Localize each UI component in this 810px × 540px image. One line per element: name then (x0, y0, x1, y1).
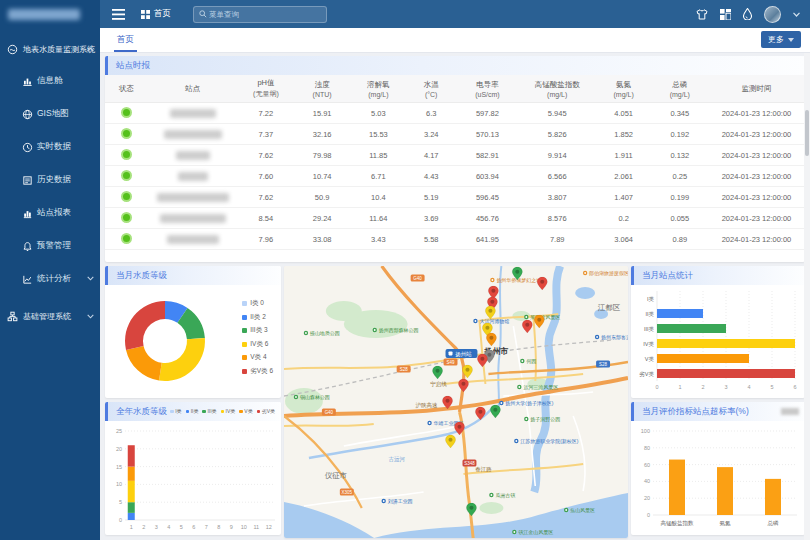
system-icon (7, 44, 18, 55)
legend-item[interactable]: I类 0 (242, 299, 273, 308)
table-cell: 0.192 (652, 124, 708, 145)
sidebar-item-历史数据[interactable]: 历史数据 (0, 163, 100, 196)
table-cell: 0.89 (652, 229, 708, 250)
sidebar-item-label: 历史数据 (37, 174, 71, 186)
scrollbar-thumb[interactable] (805, 110, 809, 156)
water-drop-icon[interactable] (743, 8, 752, 20)
svg-text:春江路: 春江路 (475, 466, 492, 473)
legend-item[interactable]: I类 (170, 402, 181, 421)
svg-text:铜山森林公园: 铜山森林公园 (300, 394, 330, 401)
table-row: 7.2215.915.036.3597.825.9454.0510.345202… (105, 103, 805, 124)
station-name-redacted (157, 193, 229, 202)
legend-item[interactable]: IV类 (221, 402, 236, 421)
table-cell: 456.76 (456, 208, 519, 229)
column-header-溶解氧: 溶解氧(mg/L) (350, 75, 406, 103)
more-button[interactable]: 更多 (761, 31, 801, 48)
table-cell: 3.43 (350, 229, 406, 250)
station-name-redacted (160, 214, 226, 223)
table-cell: 0.055 (652, 208, 708, 229)
monthly-station-stats-panel: 当月站点统计 0123456I类II类III类IV类V类劣V类 (631, 266, 805, 398)
svg-text:8: 8 (217, 524, 220, 530)
svg-text:20: 20 (644, 495, 650, 501)
sidebar-item-实时数据[interactable]: 实时数据 (0, 130, 100, 163)
legend-item[interactable]: 劣V类 6 (242, 367, 273, 376)
column-header-总磷: 总磷(mg/L) (652, 75, 708, 103)
monitor-time-cell: 2024-01-23 12:00:00 (708, 166, 805, 187)
map-panel[interactable]: 扬州市江都区仪征市扬州西部森林公园捺山地质公园铜山森林公园茱萸湾风景区何园运河三… (284, 266, 628, 538)
legend-item[interactable]: II类 2 (242, 313, 273, 322)
legend-item[interactable]: III类 3 (242, 326, 273, 335)
sidebar-section-基础管理系统[interactable]: 基础管理系统 (0, 301, 100, 331)
svg-text:25: 25 (116, 428, 122, 434)
panel-link-redacted[interactable] (781, 408, 799, 415)
sidebar-item-label: 统计分析 (37, 273, 71, 285)
column-header-浊度: 浊度(NTU) (294, 75, 350, 103)
table-cell: 8.54 (238, 208, 294, 229)
svg-text:S348: S348 (464, 461, 475, 466)
sidebar-section-label: 地表水质量监测系统 (23, 44, 95, 55)
table-cell: 7.22 (238, 103, 294, 124)
topbar-actions (696, 6, 800, 23)
table-cell: 5.58 (406, 229, 455, 250)
chevron-down-icon (87, 314, 94, 319)
svg-text:II类: II类 (645, 311, 654, 317)
svg-text:80: 80 (644, 445, 650, 451)
svg-text:3: 3 (724, 384, 727, 390)
svg-text:5: 5 (770, 384, 773, 390)
table-cell: 0.25 (652, 166, 708, 187)
legend-item[interactable]: III类 (202, 402, 216, 421)
user-avatar[interactable] (764, 6, 781, 23)
svg-text:1: 1 (130, 524, 133, 530)
theme-skin-icon[interactable] (696, 9, 708, 20)
table-cell: 7.62 (238, 145, 294, 166)
sidebar-item-信息舱[interactable]: 信息舱 (0, 64, 100, 97)
sidebar-item-预警管理[interactable]: 预警管理 (0, 229, 100, 262)
topbar-home-link[interactable]: 首页 (141, 8, 171, 20)
station-table: 状态站点pH值(无量纲)浊度(NTU)溶解氧(mg/L)水温(°C)电导率(uS… (105, 75, 805, 250)
table-cell: 6.566 (519, 166, 596, 187)
status-online-dot (121, 233, 132, 244)
station-report-title: 站点时报 (105, 56, 805, 75)
chevron-up-icon (87, 47, 94, 52)
svg-text:扬州站: 扬州站 (455, 351, 472, 358)
search-input[interactable] (207, 9, 321, 20)
svg-text:扬州西部森林公园: 扬州西部森林公园 (379, 327, 419, 334)
table-row: 7.6279.9811.854.17582.919.9141.9110.1322… (105, 145, 805, 166)
sidebar-item-站点报表[interactable]: 站点报表 (0, 196, 100, 229)
table-cell: 8.576 (519, 208, 596, 229)
svg-text:3: 3 (155, 524, 158, 530)
table-cell: 582.91 (456, 145, 519, 166)
exceedance-rate-panel: 当月评价指标站点超标率(%) 020406080100高锰酸盐指数氨氮总磷 (631, 402, 805, 535)
svg-text:X305: X305 (342, 490, 353, 495)
sidebar-item-统计分析[interactable]: 统计分析 (0, 262, 100, 295)
info-cabin-icon (22, 76, 32, 86)
alert-manage-icon (22, 241, 32, 251)
svg-text:刘濞工业园: 刘濞工业园 (388, 498, 413, 505)
sidebar-item-label: 站点报表 (37, 207, 71, 219)
sidebar-section-地表水质量监测系统[interactable]: 地表水质量监测系统 (0, 34, 100, 64)
svg-text:0: 0 (647, 512, 650, 518)
yearly-quality-legend: I类II类III类IV类V类劣V类 (170, 402, 275, 421)
svg-text:S28: S28 (599, 362, 607, 367)
station-name-redacted (178, 172, 208, 181)
table-cell: 0.2 (596, 208, 652, 229)
monthly-quality-title: 当月水质等级 (105, 266, 281, 285)
menu-collapse-icon[interactable] (112, 9, 125, 20)
legend-item[interactable]: 劣V类 (257, 402, 275, 421)
station-table-header: 状态站点pH值(无量纲)浊度(NTU)溶解氧(mg/L)水温(°C)电导率(uS… (105, 75, 805, 103)
menu-search-box[interactable] (193, 6, 327, 23)
tab-home[interactable]: 首页 (114, 28, 137, 52)
legend-item[interactable]: IV类 6 (242, 340, 273, 349)
svg-text:捺山地质公园: 捺山地质公园 (309, 330, 340, 337)
table-cell: 11.85 (350, 145, 406, 166)
legend-item[interactable]: V类 (239, 402, 252, 421)
fullscreen-icon[interactable] (720, 9, 731, 20)
sidebar-item-GIS地图[interactable]: GIS地图 (0, 97, 100, 130)
user-menu-chevron-icon[interactable] (793, 12, 800, 17)
legend-item[interactable]: V类 4 (242, 353, 273, 362)
scrollbar-track[interactable] (804, 52, 810, 540)
status-online-dot (121, 191, 132, 202)
table-cell: 6.71 (350, 166, 406, 187)
legend-item[interactable]: II类 (186, 402, 199, 421)
yearly-quality-title: 全年水质等级 (116, 402, 167, 421)
